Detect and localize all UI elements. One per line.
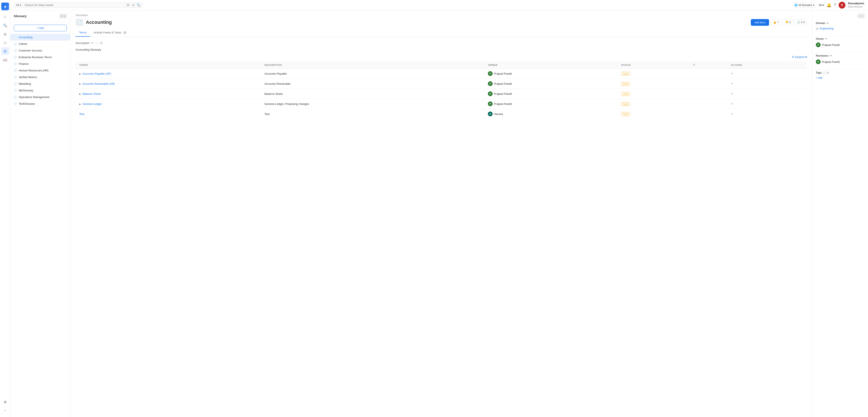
search-input[interactable] xyxy=(25,3,124,7)
owner-panel-name: Prajwal Pandit xyxy=(822,43,840,46)
edit-reviewers-icon[interactable]: ✏ xyxy=(830,54,832,57)
status-badge: Draft xyxy=(621,72,630,76)
description-cell: Accounts Receivable xyxy=(261,79,485,89)
tab-terms[interactable]: Terms xyxy=(75,29,90,37)
glossary-icon[interactable]: ⊟ xyxy=(1,47,9,55)
history-button[interactable]: 🕐 0.3 xyxy=(795,19,807,25)
add-glossary-button[interactable]: + Add xyxy=(14,25,67,31)
quality-icon[interactable]: ◇ xyxy=(1,39,9,46)
term-link[interactable]: Balance Sheet xyxy=(83,92,101,95)
owner-name: Prajwal Pandit xyxy=(494,72,512,75)
add-term-button[interactable]: Add term xyxy=(751,19,769,26)
breadcrumb: Glossaries xyxy=(75,14,807,17)
share-tags-icon[interactable]: ⊡ xyxy=(827,71,829,74)
domain-section-title: Domain ✏ xyxy=(816,22,865,25)
notifications-icon[interactable]: 🔔 xyxy=(827,3,831,7)
edit-description-icon[interactable]: ✏ xyxy=(91,41,94,44)
edit-action-icon[interactable]: ✏ xyxy=(731,102,734,105)
reviewer-panel-name: Prajwal Pandit xyxy=(822,60,840,64)
copy-description-icon[interactable]: ⬚ xyxy=(95,41,98,44)
term-link[interactable]: General Ledger xyxy=(83,102,102,105)
share-description-icon[interactable]: ⊡ xyxy=(100,41,102,44)
sidebar-item-testglossary[interactable]: 📄 TestGlossary xyxy=(10,100,70,107)
sidebar-item-clients[interactable]: 📄 Clients xyxy=(10,40,70,47)
sidebar-item-customer-success[interactable]: 📄 Customer Success xyxy=(10,47,70,54)
topbar-right: 🌐 All Domains ▾ EN ▾ 🔔 ? R Rounakpreet. … xyxy=(793,2,865,8)
copy-tags-icon[interactable]: ⬚ xyxy=(823,71,825,74)
sidebar-item-myglossary[interactable]: 📄 MyGlossary xyxy=(10,87,70,94)
vote-up-button[interactable]: 👍 7 xyxy=(771,19,781,25)
help-icon[interactable]: ? xyxy=(834,3,836,7)
search-icon[interactable]: 🔍 xyxy=(1,22,9,29)
page-icon: 📄 xyxy=(75,19,83,26)
settings-icon[interactable]: ⚙ xyxy=(1,398,9,406)
owner-cell: P Prajwal Pandit xyxy=(485,79,618,89)
panel-toggle-button[interactable]: < > xyxy=(858,14,865,18)
edit-owner-icon[interactable]: ✏ xyxy=(825,37,827,40)
search-filter-dropdown[interactable]: All ▾ xyxy=(16,4,23,7)
language-selector[interactable]: EN ▾ xyxy=(819,4,824,7)
chevron-icon[interactable]: ▶ xyxy=(79,72,81,75)
reviewer-value: P Prajwal Pandit xyxy=(816,59,865,64)
filter-label: All xyxy=(16,4,19,7)
actions-cell: ✏ xyxy=(727,99,807,109)
edit-action-icon[interactable]: ✏ xyxy=(731,92,734,95)
sidebar-item-label: Customer Success xyxy=(19,49,42,52)
sidebar-item-finance[interactable]: 📄 Finance xyxy=(10,61,70,67)
owner-label: Owner xyxy=(816,37,824,40)
expand-all-row: ⇅ Expand All xyxy=(75,56,807,59)
sidebar-item-human-resources[interactable]: 📄 Human Resources (HR) xyxy=(10,67,70,74)
term-link[interactable]: Accounts Receivable (AR) xyxy=(83,82,115,85)
history-icon: 🕐 xyxy=(797,21,800,24)
description-cell: General Ledger. Proposing changes xyxy=(261,99,485,109)
table-row: ▶ Accounts Receivable (AR) Accounts Rece… xyxy=(76,79,807,89)
chevron-icon[interactable]: ▶ xyxy=(79,83,81,85)
sidebar-item-enterprise-business-terms[interactable]: 📄 Enterprise Business Terms xyxy=(10,54,70,61)
search-container[interactable]: All ▾ ⌘ K 🔍 xyxy=(14,2,143,8)
owner-avatar: P xyxy=(488,71,493,76)
status-cell: Draft xyxy=(618,79,690,89)
glossary-item-icon: 📄 xyxy=(14,102,17,105)
home-icon[interactable]: ⌂ xyxy=(1,13,9,21)
col-filter[interactable]: ▽ xyxy=(690,61,727,69)
edit-domain-icon[interactable]: ✏ xyxy=(827,22,829,25)
domain-selector[interactable]: 🌐 All Domains ▾ xyxy=(793,3,816,8)
avatar[interactable]: R xyxy=(839,2,845,8)
sidebar-item-accounting[interactable]: 📄 Accounting xyxy=(10,34,70,40)
sidebar-item-jetstat-metrics[interactable]: 📄 JetStat Metrics xyxy=(10,74,70,81)
edit-action-icon[interactable]: ✏ xyxy=(731,82,734,85)
glossary-item-icon: 📄 xyxy=(14,96,17,99)
sidebar-item-operations-management[interactable]: 📄 Operations Management xyxy=(10,94,70,100)
edit-action-icon[interactable]: ✏ xyxy=(731,72,734,75)
vote-down-button[interactable]: 👎 0 xyxy=(783,19,793,25)
explore-icon[interactable]: ◎ xyxy=(1,30,9,38)
shortcut-key: ⌘ xyxy=(126,3,130,7)
sidebar-item-label: Clients xyxy=(19,42,27,45)
app-logo[interactable]: ◈ xyxy=(1,3,9,10)
content-body: Description ✏ ⬚ ⊡ Accounting Glossary ⇅ … xyxy=(70,37,812,417)
tags-section-title: Tags ⬚ ⊡ xyxy=(816,71,865,74)
owner-cell: P Prajwal Pandit xyxy=(485,99,618,109)
sidebar-item-marketing[interactable]: 📄 Marketing xyxy=(10,81,70,87)
book-icon[interactable]: 📖 xyxy=(1,56,9,64)
add-tag-button[interactable]: + Add xyxy=(816,76,823,79)
reviewers-label: Reviewers xyxy=(816,54,829,57)
glossary-item-icon: 📄 xyxy=(14,76,17,79)
expand-icon: ⇅ xyxy=(792,56,794,59)
logout-icon[interactable]: → xyxy=(1,407,9,414)
chevron-icon[interactable]: ▶ xyxy=(79,93,81,95)
reviewers-section-title: Reviewers ✏ xyxy=(816,54,865,57)
term-link[interactable]: Accounts Payable (AP) xyxy=(83,72,111,75)
term-link[interactable]: Test xyxy=(79,113,84,116)
sidebar-item-label: Enterprise Business Terms xyxy=(19,56,52,59)
col-description: DESCRIPTION xyxy=(261,61,485,69)
owner-section-title: Owner ✏ xyxy=(816,37,865,40)
sidebar-title: Glossary xyxy=(14,14,27,18)
tab-activity-feeds[interactable]: Activity Feeds & Tasks 5 xyxy=(90,29,130,37)
chevron-icon[interactable]: ▶ xyxy=(79,103,81,105)
sidebar-toggle-button[interactable]: < > xyxy=(59,14,67,19)
domain-name[interactable]: Engineering xyxy=(820,27,833,30)
expand-all-button[interactable]: ⇅ Expand All xyxy=(792,56,807,59)
edit-action-icon[interactable]: ✏ xyxy=(731,112,734,116)
tab-terms-label: Terms xyxy=(79,31,87,34)
